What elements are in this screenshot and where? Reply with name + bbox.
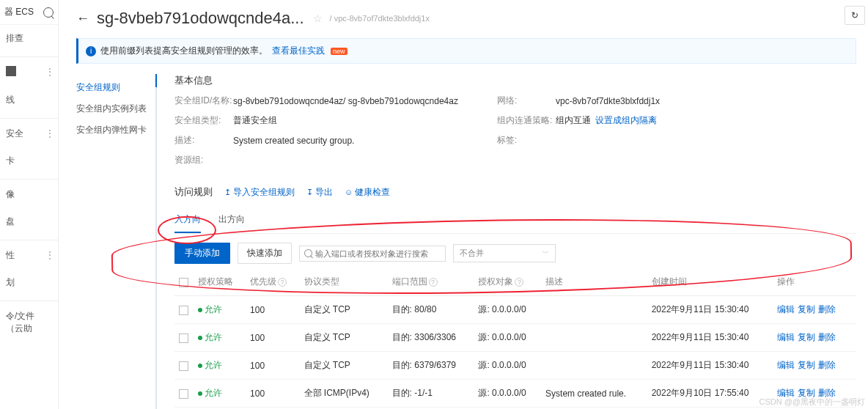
cell-desc (541, 352, 647, 380)
left-item[interactable]: 排查 (0, 25, 58, 52)
copy-link[interactable]: 复制 (798, 332, 815, 342)
row-checkbox[interactable] (179, 306, 188, 315)
cell-port: 目的: 6379/6379 (388, 352, 474, 380)
col-priority: 优先级 (250, 276, 276, 287)
copy-link[interactable]: 复制 (798, 360, 815, 370)
search-icon[interactable] (43, 7, 54, 18)
val-sgtype: 普通安全组 (233, 114, 497, 127)
val-policy: 组内互通设置成组内隔离 (556, 114, 746, 127)
cell-target: 源: 0.0.0.0/0 (474, 380, 541, 408)
label-tag: 标签: (497, 134, 556, 147)
delete-link[interactable]: 删除 (818, 360, 836, 370)
more-icon[interactable]: ⋮ (45, 250, 54, 260)
left-item[interactable]: 令/文件（云助 (0, 301, 58, 342)
val-network: vpc-8vb7of7dkte3blxfddj1x (556, 96, 746, 106)
help-icon[interactable]: ? (515, 278, 523, 287)
cell-actions: 编辑复制删除 (773, 352, 856, 380)
edit-link[interactable]: 编辑 (777, 360, 795, 370)
select-all-checkbox[interactable] (179, 278, 188, 287)
left-item[interactable]: 像 (0, 179, 58, 208)
label-network: 网络: (497, 95, 556, 107)
policy-allow: 允许 (198, 303, 222, 316)
upload-icon: ↥ (224, 188, 231, 197)
quick-add-button[interactable]: 快速添加 (238, 243, 292, 264)
back-icon[interactable]: ← (76, 11, 89, 26)
copy-link[interactable]: 复制 (798, 304, 815, 314)
policy-allow: 允许 (198, 359, 222, 372)
policy-allow: 允许 (198, 387, 222, 399)
merge-label: 不合并 (460, 248, 484, 259)
product-header: 器 ECS (0, 0, 58, 25)
cell-port: 目的: 3306/3306 (388, 324, 474, 352)
section-nav: 安全组规则 安全组内实例列表 安全组内弹性网卡 (76, 74, 150, 409)
cell-desc (541, 296, 647, 324)
alert-banner: i 使用前缀列表提高安全组规则管理的效率。 查看最佳实践 new (76, 38, 856, 64)
health-check-button[interactable]: ☺健康检查 (345, 186, 390, 199)
more-icon[interactable]: ⋮ (45, 128, 54, 139)
row-checkbox[interactable] (179, 361, 188, 371)
search-input[interactable] (315, 249, 441, 258)
tab-outbound[interactable]: 出方向 (218, 207, 245, 233)
row-checkbox[interactable] (179, 334, 188, 343)
left-item[interactable]: 划 (0, 269, 58, 296)
edit-link[interactable]: 编辑 (777, 304, 795, 314)
alert-link[interactable]: 查看最佳实践 (272, 45, 325, 57)
table-row: 允许100自定义 TCP目的: 80/80源: 0.0.0.0/02022年9月… (174, 296, 856, 324)
policy-allow: 允许 (198, 331, 222, 344)
table-row: 允许100自定义 TCP目的: 3306/3306源: 0.0.0.0/0202… (174, 324, 856, 352)
col-target: 授权对象 (478, 276, 513, 287)
section-nav-rules[interactable]: 安全组规则 (76, 77, 150, 98)
isolation-link[interactable]: 设置成组内隔离 (595, 115, 657, 125)
delete-link[interactable]: 删除 (818, 304, 836, 314)
main-content: ← sg-8vbeb791odowqcnde4a... ☆ / vpc-8vb7… (59, 0, 868, 409)
left-item[interactable]: 安全⋮ (0, 118, 58, 147)
cell-priority: 100 (246, 380, 299, 408)
breadcrumb: / vpc-8vb7of7dkte3blxfddj1x (330, 14, 430, 23)
col-time: 创建时间 (647, 268, 773, 296)
section-nav-eni[interactable]: 安全组内弹性网卡 (76, 119, 150, 141)
product-panel: 器 ECS 排查 ⋮ 线 安全⋮ 卡 像 盘 性⋮ 划 令/文件（云助 (0, 0, 59, 409)
page-title: sg-8vbeb791odowqcnde4a... (97, 9, 304, 28)
left-item[interactable]: 盘 (0, 208, 58, 235)
refresh-button[interactable]: ↻ (845, 6, 865, 25)
rules-title: 访问规则 (174, 185, 213, 199)
merge-select[interactable]: 不合并 ﹀ (453, 244, 556, 262)
col-port: 端口范围 (392, 276, 427, 287)
label-sgid: 安全组ID/名称: (174, 95, 233, 107)
label-desc: 描述: (174, 134, 233, 147)
direction-tabs: 入方向 出方向 (174, 207, 856, 234)
edit-link[interactable]: 编辑 (777, 332, 795, 342)
left-item[interactable]: 卡 (0, 147, 58, 174)
left-item[interactable]: 线 (0, 86, 58, 114)
import-button[interactable]: ↥导入安全组规则 (224, 186, 295, 199)
help-icon[interactable]: ? (429, 278, 438, 287)
cell-protocol: 自定义 TCP (300, 324, 388, 352)
left-item[interactable]: ⋮ (0, 56, 58, 86)
cell-time: 2022年9月11日 15:30:40 (647, 296, 773, 324)
export-button[interactable]: ↧导出 (306, 186, 333, 199)
alert-text: 使用前缀列表提高安全组规则管理的效率。 (100, 45, 268, 57)
rules-table: 授权策略 优先级? 协议类型 端口范围? 授权对象? 描述 创建时间 操作 允许… (174, 268, 856, 409)
chevron-down-icon: ﹀ (542, 248, 549, 258)
section-nav-instances[interactable]: 安全组内实例列表 (76, 98, 150, 119)
cell-protocol: 全部 ICMP(IPv4) (300, 380, 388, 408)
info-icon: i (86, 46, 96, 56)
delete-link[interactable]: 删除 (818, 332, 836, 342)
col-desc: 描述 (541, 268, 647, 296)
star-icon[interactable]: ☆ (313, 12, 323, 24)
cell-actions: 编辑复制删除 (773, 296, 856, 324)
search-box[interactable] (299, 246, 446, 262)
tab-inbound[interactable]: 入方向 (174, 207, 201, 233)
cell-priority: 100 (246, 296, 299, 324)
watermark: CSDN @@黑夜中的一盏明灯 (759, 397, 865, 408)
cell-time: 2022年9月11日 15:30:40 (647, 324, 773, 352)
cell-desc: System created rule. (541, 380, 647, 408)
left-item[interactable]: 性⋮ (0, 240, 58, 269)
download-icon: ↧ (306, 188, 313, 197)
help-icon[interactable]: ? (278, 278, 287, 287)
cell-actions: 编辑复制删除 (773, 324, 856, 352)
cell-priority: 100 (246, 352, 299, 380)
row-checkbox[interactable] (179, 389, 188, 399)
more-icon[interactable]: ⋮ (45, 67, 54, 77)
manual-add-button[interactable]: 手动添加 (174, 243, 230, 264)
